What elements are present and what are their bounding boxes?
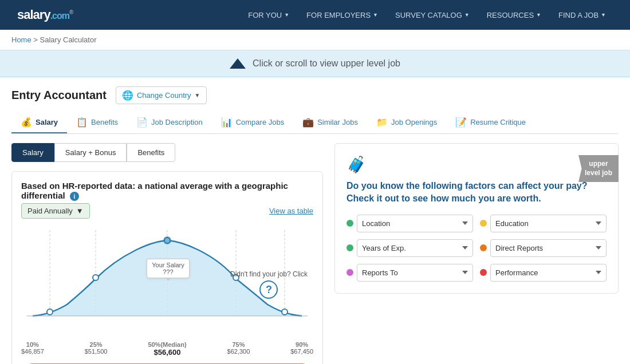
breadcrumb-current: Salary Calculator [40, 35, 97, 44]
upper-level-job-badge[interactable]: upper level job [578, 155, 619, 182]
education-select[interactable]: Education [490, 215, 607, 232]
salary-tab-icon: 💰 [21, 117, 32, 128]
tab-resume-critique[interactable]: 📝 Resume Critique [446, 112, 535, 133]
breadcrumb: Home > Salary Calculator [0, 30, 630, 50]
tab-compare-jobs-label: Compare Jobs [236, 118, 285, 126]
tab-resume-critique-label: Resume Critique [470, 118, 526, 126]
navbar: salary.com® FOR YOU▼ FOR EMPLOYERS▼ SURV… [0, 0, 630, 30]
svg-point-10 [163, 236, 171, 244]
percentile-50: 50%(Median) $56,600 [148, 341, 186, 357]
compare-tab-icon: 📊 [221, 117, 233, 128]
job-title: Entry Accountant [11, 89, 107, 102]
your-salary-tooltip: Your Salary ??? [147, 259, 189, 278]
svg-point-9 [282, 309, 288, 315]
briefcase-icon: 🧳 [346, 155, 607, 174]
factors-title: Do you know the following factors can af… [346, 180, 607, 205]
tab-salary-label: Salary [36, 118, 58, 126]
direct-reports-dot [480, 244, 487, 251]
main-content: Entry Accountant 🌐 Change Country ▼ 💰 Sa… [0, 77, 630, 364]
factor-location: Location [346, 215, 473, 232]
percentile-25: 25% $51,500 [85, 341, 108, 357]
reports-to-dot [346, 269, 353, 276]
content-area: Salary Salary + Bonus Benefits Based on … [11, 143, 619, 364]
tab-similar-jobs-label: Similar Jobs [317, 118, 358, 126]
left-column: Salary Salary + Bonus Benefits Based on … [11, 143, 323, 364]
factor-reports-to: Reports To [346, 264, 473, 282]
tab-nav: 💰 Salary 📋 Benefits 📄 Job Description 📊 … [11, 112, 619, 134]
percentile-10: 10% $46,857 [21, 341, 44, 357]
reports-to-select[interactable]: Reports To [357, 264, 473, 282]
nav-for-employers[interactable]: FOR EMPLOYERS▼ [300, 7, 385, 23]
subtab-salary-bonus[interactable]: Salary + Bonus [54, 143, 127, 162]
svg-point-5 [47, 309, 53, 315]
tab-job-description-label: Job Description [151, 118, 203, 126]
factors-panel: upper level job 🧳 Do you know the follow… [334, 143, 619, 294]
benefits-tab-icon: 📋 [76, 117, 88, 128]
paid-annually-label: Paid Annually [27, 207, 73, 215]
right-column: upper level job 🧳 Do you know the follow… [334, 143, 619, 364]
subtab-benefits[interactable]: Benefits [127, 143, 175, 162]
paid-annually-caret-icon: ▼ [76, 207, 84, 215]
percentile-90: 90% $67,450 [290, 341, 313, 357]
tab-benefits[interactable]: 📋 Benefits [67, 112, 127, 133]
info-icon[interactable]: i [70, 192, 79, 201]
chart-labels: 10% $46,857 25% $51,500 50%(Median) $56,… [21, 341, 313, 357]
job-desc-tab-icon: 📄 [136, 117, 148, 128]
years-exp-dot [346, 244, 353, 251]
factors-grid: Location Education Years of Exp. [346, 215, 607, 282]
direct-reports-select[interactable]: Direct Reports [490, 239, 607, 257]
change-country-label: Change Country [137, 91, 191, 100]
tab-job-description[interactable]: 📄 Job Description [127, 112, 212, 133]
resume-tab-icon: 📝 [455, 117, 467, 128]
chart-area: Your Salary ??? Didn't find your job? Cl… [21, 224, 313, 339]
location-dot [346, 220, 353, 227]
your-salary-value: ??? [152, 268, 184, 275]
subtab-salary[interactable]: Salary [11, 143, 54, 162]
tab-benefits-label: Benefits [91, 118, 118, 126]
change-country-button[interactable]: 🌐 Change Country ▼ [116, 86, 207, 104]
tab-similar-jobs[interactable]: 💼 Similar Jobs [293, 112, 367, 133]
openings-tab-icon: 📁 [376, 117, 388, 128]
paid-annually-row: Paid Annually ▼ View as table [21, 203, 313, 219]
job-title-row: Entry Accountant 🌐 Change Country ▼ [11, 86, 619, 104]
paid-annually-button[interactable]: Paid Annually ▼ [21, 203, 90, 219]
performance-select[interactable]: Performance [490, 264, 607, 282]
breadcrumb-home[interactable]: Home [11, 35, 32, 44]
view-as-table-link[interactable]: View as table [269, 207, 313, 215]
chart-container: Based on HR-reported data: a national av… [11, 171, 323, 364]
globe-icon: 🌐 [122, 90, 133, 101]
location-select[interactable]: Location [357, 215, 473, 232]
site-logo[interactable]: salary.com® [17, 7, 73, 22]
tab-salary[interactable]: 💰 Salary [11, 112, 67, 133]
scroll-banner[interactable]: Click or scroll to view upper level job [0, 50, 630, 77]
factor-direct-reports: Direct Reports [480, 239, 607, 257]
percentile-75: 75% $62,300 [227, 341, 250, 357]
question-mark-button[interactable]: ? [259, 280, 278, 299]
factor-years-of-exp: Years of Exp. [346, 239, 473, 257]
performance-dot [480, 269, 487, 276]
didnt-find-job: Didn't find your job? Click ? [230, 270, 308, 299]
breadcrumb-separator: > [33, 35, 38, 44]
tab-job-openings[interactable]: 📁 Job Openings [367, 112, 446, 133]
your-salary-label: Your Salary [152, 262, 184, 268]
nav-survey-catalog[interactable]: SURVEY CATALOG▼ [388, 7, 477, 23]
scroll-banner-text: Click or scroll to view upper level job [253, 58, 400, 69]
nav-for-you[interactable]: FOR YOU▼ [241, 7, 296, 23]
education-dot [480, 220, 487, 227]
nav-resources[interactable]: RESOURCES▼ [480, 7, 548, 23]
similar-tab-icon: 💼 [302, 117, 314, 128]
years-of-exp-select[interactable]: Years of Exp. [357, 239, 473, 257]
nav-find-a-job[interactable]: FIND A JOB▼ [552, 7, 613, 23]
scroll-up-arrow-icon [230, 58, 246, 69]
factor-education: Education [480, 215, 607, 232]
nav-links: FOR YOU▼ FOR EMPLOYERS▼ SURVEY CATALOG▼ … [241, 7, 613, 23]
tab-compare-jobs[interactable]: 📊 Compare Jobs [212, 112, 294, 133]
salary-subtabs: Salary Salary + Bonus Benefits [11, 143, 323, 162]
change-country-caret-icon: ▼ [195, 92, 200, 98]
tab-job-openings-label: Job Openings [391, 118, 437, 126]
svg-point-6 [93, 275, 99, 280]
chart-title: Based on HR-reported data: a national av… [21, 181, 313, 201]
factor-performance: Performance [480, 264, 607, 282]
